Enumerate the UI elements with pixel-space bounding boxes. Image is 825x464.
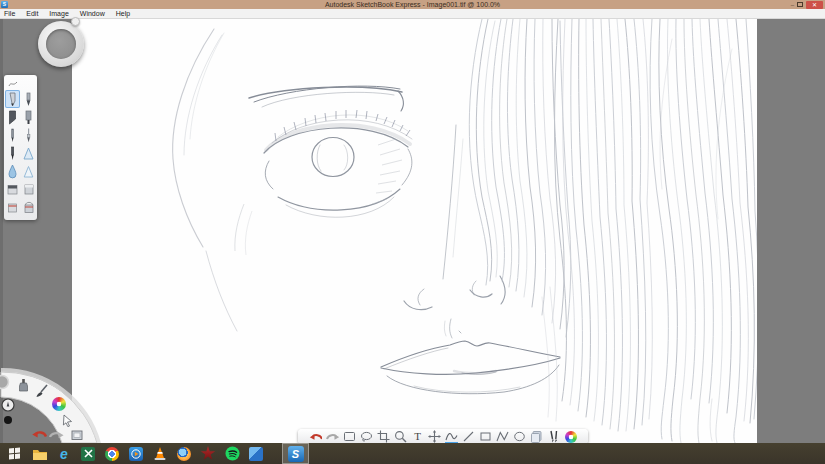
lagoon-color-wheel-icon[interactable] bbox=[52, 397, 66, 411]
brush-property-puck[interactable] bbox=[38, 21, 84, 67]
drawing-canvas[interactable] bbox=[72, 19, 757, 443]
media-player-icon bbox=[129, 447, 143, 461]
tool-felt-pen[interactable] bbox=[5, 144, 20, 162]
tool-eraser-soft[interactable] bbox=[5, 180, 20, 198]
chrome-icon bbox=[105, 447, 119, 461]
menu-edit[interactable]: Edit bbox=[26, 10, 38, 17]
layers-button[interactable] bbox=[530, 430, 543, 443]
move-button[interactable] bbox=[428, 430, 441, 443]
tool-flood-fill[interactable] bbox=[21, 198, 36, 216]
window-title: Autodesk SketchBook Express - Image001.t… bbox=[0, 0, 825, 9]
taskbar-red-star-game[interactable] bbox=[196, 443, 220, 464]
title-bar[interactable]: S Autodesk SketchBook Express - Image001… bbox=[0, 0, 825, 9]
smudge-icon bbox=[22, 164, 35, 179]
tool-smudge[interactable] bbox=[21, 162, 36, 180]
taskbar-photo-viewer[interactable] bbox=[244, 443, 268, 464]
eye-shading bbox=[235, 139, 402, 255]
taskbar-chrome[interactable] bbox=[100, 443, 124, 464]
office-glyph bbox=[84, 449, 93, 458]
start-button[interactable] bbox=[0, 443, 28, 464]
taskbar-sketchbook-active[interactable]: S bbox=[282, 443, 309, 464]
sketchbook-icon: S bbox=[288, 446, 304, 462]
eyebrow bbox=[249, 86, 403, 111]
freehand-draw-icon bbox=[445, 430, 458, 443]
color-wheel-icon bbox=[565, 431, 577, 443]
current-color-swatch[interactable] bbox=[3, 415, 13, 425]
photo-viewer-icon bbox=[249, 447, 263, 461]
eraser-hard-icon bbox=[22, 182, 35, 197]
tool-marker[interactable] bbox=[21, 108, 36, 126]
tool-chisel-marker[interactable] bbox=[5, 108, 20, 126]
paintbrush-lagoon-icon[interactable] bbox=[35, 384, 49, 398]
bottom-toolbar: T bbox=[298, 429, 588, 444]
lagoon-undo-button[interactable] bbox=[31, 428, 48, 440]
menu-bar: File Edit Image Window Help bbox=[0, 9, 825, 19]
eraser-soft-icon bbox=[6, 182, 19, 197]
tool-eraser-precise[interactable] bbox=[5, 198, 20, 216]
tool-pencil[interactable] bbox=[5, 90, 20, 108]
puck-surface bbox=[46, 29, 76, 59]
zoom-button[interactable] bbox=[394, 430, 407, 443]
pencil-icon bbox=[6, 92, 19, 107]
redo-icon bbox=[326, 431, 339, 442]
polyline-tool-button[interactable] bbox=[496, 430, 509, 443]
color-wheel-button[interactable] bbox=[564, 430, 577, 443]
tool-ballpoint-pen[interactable] bbox=[5, 126, 20, 144]
taskbar-internet-explorer[interactable]: e bbox=[52, 443, 76, 464]
eraser-precise-icon bbox=[6, 200, 19, 215]
menu-window[interactable]: Window bbox=[80, 10, 105, 17]
file-explorer-icon bbox=[32, 447, 48, 461]
tool-watercolor[interactable] bbox=[5, 162, 20, 180]
marker-icon bbox=[22, 110, 35, 125]
menu-help[interactable]: Help bbox=[116, 10, 130, 17]
brush-preview[interactable] bbox=[1, 398, 15, 412]
palette-handle[interactable] bbox=[5, 77, 37, 90]
magnifier-icon bbox=[394, 430, 407, 443]
hair-strokes bbox=[469, 19, 757, 443]
sketchbook-express-window: S Autodesk SketchBook Express - Image001… bbox=[0, 0, 825, 464]
maximize-button[interactable] bbox=[797, 2, 803, 7]
redo-button[interactable] bbox=[326, 430, 339, 443]
taskbar-firefox[interactable] bbox=[172, 443, 196, 464]
firefox-icon bbox=[177, 447, 191, 461]
canvas-frame-icon[interactable] bbox=[71, 430, 84, 441]
text-tool-icon: T bbox=[414, 431, 421, 442]
tool-eraser-hard[interactable] bbox=[21, 180, 36, 198]
ink-bottle-icon[interactable] bbox=[17, 378, 30, 392]
crop-button[interactable] bbox=[377, 430, 390, 443]
freehand-draw-button[interactable] bbox=[445, 430, 458, 443]
close-button[interactable]: ✕ bbox=[806, 1, 823, 9]
crop-icon bbox=[377, 430, 390, 443]
taskbar-spotify[interactable] bbox=[220, 443, 244, 464]
brush-editor-icon bbox=[547, 430, 560, 443]
line-tool-button[interactable] bbox=[462, 430, 475, 443]
tool-paintbrush[interactable] bbox=[21, 126, 36, 144]
puck-handle-dot[interactable] bbox=[71, 17, 80, 26]
rectangle-icon bbox=[479, 430, 492, 443]
menu-image[interactable]: Image bbox=[49, 10, 68, 17]
cursor-icon[interactable] bbox=[61, 414, 74, 427]
taskbar-vlc[interactable] bbox=[148, 443, 172, 464]
taskbar-media-player[interactable] bbox=[124, 443, 148, 464]
lasso-select-button[interactable] bbox=[360, 430, 373, 443]
undo-button[interactable] bbox=[309, 430, 322, 443]
tool-pen[interactable] bbox=[21, 90, 36, 108]
palette-handle-icon bbox=[8, 80, 18, 88]
brush-editor-button[interactable] bbox=[547, 430, 560, 443]
text-tool-button[interactable]: T bbox=[411, 430, 424, 443]
taskbar-green-office-app[interactable] bbox=[76, 443, 100, 464]
lasso-icon bbox=[360, 430, 373, 443]
taskbar-file-explorer[interactable] bbox=[28, 443, 52, 464]
rectangle-tool-button[interactable] bbox=[479, 430, 492, 443]
green-office-app-icon bbox=[81, 447, 95, 461]
airbrush-icon bbox=[22, 146, 35, 161]
ellipse-tool-button[interactable] bbox=[513, 430, 526, 443]
tool-airbrush[interactable] bbox=[21, 144, 36, 162]
line-icon bbox=[462, 430, 475, 443]
lagoon-redo-button[interactable] bbox=[49, 429, 65, 440]
lagoon-corner-puck-icon[interactable] bbox=[0, 374, 10, 390]
menu-file[interactable]: File bbox=[4, 10, 15, 17]
rect-select-button[interactable] bbox=[343, 430, 356, 443]
taskbar: e S bbox=[0, 443, 825, 464]
minimize-button[interactable]: – bbox=[791, 1, 794, 9]
